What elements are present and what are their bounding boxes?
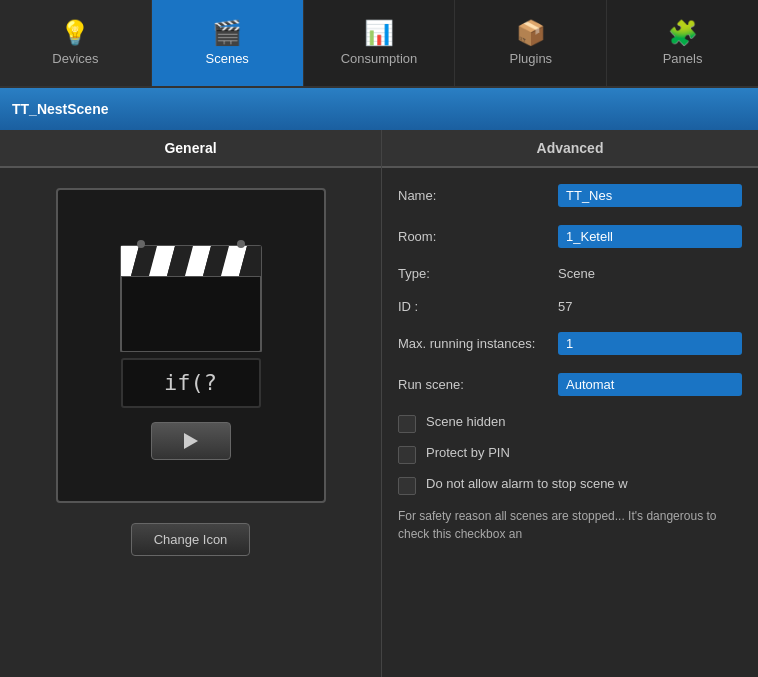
nav-item-plugins-label: Plugins bbox=[509, 51, 552, 66]
nav-item-scenes-label: Scenes bbox=[206, 51, 249, 66]
panels-icon: 🧩 bbox=[668, 21, 698, 45]
advanced-panel: Advanced Name: Room: Type: Scene ID : 57 bbox=[382, 130, 758, 677]
scene-icon-preview: if(? bbox=[56, 188, 326, 503]
svg-point-11 bbox=[137, 240, 145, 248]
room-label: Room: bbox=[398, 229, 558, 244]
type-field-row: Type: Scene bbox=[398, 266, 742, 281]
play-triangle-icon bbox=[184, 433, 198, 449]
name-field-row: Name: bbox=[398, 184, 742, 207]
id-label: ID : bbox=[398, 299, 558, 314]
general-panel-body: if(? Change Icon bbox=[0, 168, 381, 677]
room-input[interactable] bbox=[558, 225, 742, 248]
no-alarm-label: Do not allow alarm to stop scene w bbox=[426, 476, 742, 491]
nav-item-scenes[interactable]: 🎬 Scenes bbox=[152, 0, 304, 86]
change-icon-button[interactable]: Change Icon bbox=[131, 523, 251, 556]
nav-item-plugins[interactable]: 📦 Plugins bbox=[455, 0, 607, 86]
run-scene-label: Run scene: bbox=[398, 377, 558, 392]
content-area: General bbox=[0, 130, 758, 677]
no-alarm-checkbox[interactable] bbox=[398, 477, 416, 495]
breadcrumb: TT_NestScene bbox=[0, 88, 758, 130]
scene-hidden-checkbox[interactable] bbox=[398, 415, 416, 433]
name-input[interactable] bbox=[558, 184, 742, 207]
run-scene-field-row: Run scene: bbox=[398, 373, 742, 396]
play-button-area bbox=[151, 422, 231, 460]
advanced-panel-body: Name: Room: Type: Scene ID : 57 Max. run… bbox=[382, 168, 758, 677]
general-panel: General bbox=[0, 130, 382, 677]
protect-pin-checkbox[interactable] bbox=[398, 446, 416, 464]
scene-hidden-label: Scene hidden bbox=[426, 414, 742, 429]
breadcrumb-text: TT_NestScene bbox=[12, 101, 108, 117]
name-label: Name: bbox=[398, 188, 558, 203]
id-field-row: ID : 57 bbox=[398, 299, 742, 314]
top-navigation: 💡 Devices 🎬 Scenes 📊 Consumption 📦 Plugi… bbox=[0, 0, 758, 88]
protect-pin-label: Protect by PIN bbox=[426, 445, 742, 460]
safety-note: For safety reason all scenes are stopped… bbox=[398, 507, 742, 543]
type-label: Type: bbox=[398, 266, 558, 281]
scene-hidden-row: Scene hidden bbox=[398, 414, 742, 433]
advanced-tab[interactable]: Advanced bbox=[382, 130, 758, 168]
id-value: 57 bbox=[558, 299, 572, 314]
nav-item-devices[interactable]: 💡 Devices bbox=[0, 0, 152, 86]
run-scene-input[interactable] bbox=[558, 373, 742, 396]
type-value: Scene bbox=[558, 266, 595, 281]
plugins-icon: 📦 bbox=[516, 21, 546, 45]
consumption-icon: 📊 bbox=[364, 21, 394, 45]
room-field-row: Room: bbox=[398, 225, 742, 248]
max-running-label: Max. running instances: bbox=[398, 336, 558, 351]
scene-code-display: if(? bbox=[121, 358, 261, 408]
general-tab[interactable]: General bbox=[0, 130, 381, 168]
nav-item-panels-label: Panels bbox=[663, 51, 703, 66]
svg-rect-0 bbox=[121, 272, 261, 352]
no-alarm-row: Do not allow alarm to stop scene w bbox=[398, 476, 742, 495]
nav-item-panels[interactable]: 🧩 Panels bbox=[607, 0, 758, 86]
svg-point-12 bbox=[237, 240, 245, 248]
nav-item-consumption-label: Consumption bbox=[341, 51, 418, 66]
nav-item-consumption[interactable]: 📊 Consumption bbox=[304, 0, 456, 86]
play-button[interactable] bbox=[151, 422, 231, 460]
scenes-icon: 🎬 bbox=[212, 21, 242, 45]
max-running-input[interactable] bbox=[558, 332, 742, 355]
nav-item-devices-label: Devices bbox=[52, 51, 98, 66]
protect-pin-row: Protect by PIN bbox=[398, 445, 742, 464]
devices-icon: 💡 bbox=[60, 21, 90, 45]
max-running-field-row: Max. running instances: bbox=[398, 332, 742, 355]
clapperboard-svg bbox=[111, 232, 271, 352]
